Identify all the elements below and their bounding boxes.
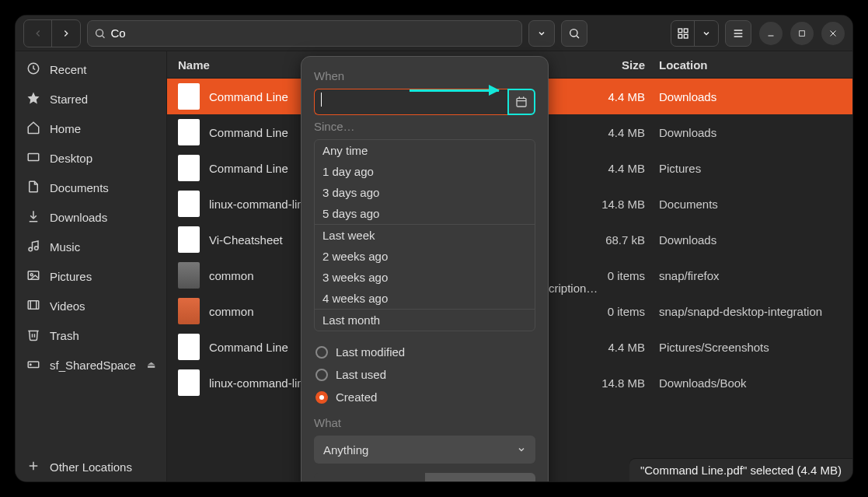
search-mode-toggle[interactable]: Full Text File Name bbox=[314, 473, 535, 481]
view-switcher[interactable] bbox=[671, 20, 719, 47]
svg-rect-5 bbox=[684, 29, 688, 33]
sidebar-item-starred[interactable]: Starred bbox=[16, 84, 166, 114]
date-input[interactable] bbox=[314, 89, 507, 115]
search-filter-dropdown[interactable] bbox=[528, 20, 555, 47]
file-size: 4.4 MB bbox=[581, 90, 659, 103]
radio-last-modified[interactable]: Last modified bbox=[314, 341, 535, 363]
sidebar-label: Desktop bbox=[50, 152, 92, 165]
nav-buttons bbox=[23, 19, 81, 47]
svg-point-21 bbox=[30, 273, 33, 275]
toggle-full-text[interactable]: Full Text bbox=[314, 473, 425, 481]
what-select[interactable]: Anything bbox=[314, 436, 535, 464]
sidebar-item-sf_sharedspace[interactable]: sf_SharedSpace⏏ bbox=[16, 350, 166, 380]
star-icon bbox=[26, 91, 40, 107]
clock-icon bbox=[26, 61, 40, 78]
since-option[interactable]: 5 days ago bbox=[315, 203, 535, 224]
when-label: When bbox=[314, 69, 535, 82]
file-thumbnail bbox=[178, 262, 200, 289]
chevron-down-icon bbox=[517, 445, 526, 454]
radio-icon bbox=[315, 391, 328, 404]
trash-icon bbox=[26, 327, 40, 344]
sidebar-label: Recent bbox=[50, 63, 87, 76]
hamburger-menu-button[interactable] bbox=[725, 20, 751, 47]
calendar-button[interactable] bbox=[507, 89, 535, 115]
file-size: 4.4 MB bbox=[581, 126, 659, 139]
sidebar-item-home[interactable]: Home bbox=[16, 114, 166, 143]
annotation-arrow bbox=[410, 89, 499, 92]
file-location: snap/snapd-desktop-integration bbox=[659, 305, 852, 318]
sidebar-item-desktop[interactable]: Desktop bbox=[16, 143, 166, 173]
picture-icon bbox=[26, 268, 40, 285]
doc-icon bbox=[26, 180, 40, 196]
svg-rect-22 bbox=[28, 300, 39, 309]
sidebar-item-trash[interactable]: Trash bbox=[16, 320, 166, 350]
since-option[interactable]: 3 days ago bbox=[315, 182, 535, 203]
svg-point-26 bbox=[30, 364, 32, 366]
grid-view-icon[interactable] bbox=[671, 21, 695, 46]
svg-rect-20 bbox=[28, 271, 39, 279]
since-option[interactable]: 4 weeks ago bbox=[315, 288, 535, 309]
music-icon bbox=[26, 239, 40, 255]
file-size: 0 items bbox=[581, 305, 659, 318]
search-toggle-button[interactable] bbox=[561, 20, 587, 47]
file-location: Downloads bbox=[659, 90, 852, 103]
calendar-icon bbox=[515, 96, 528, 108]
svg-rect-6 bbox=[678, 34, 682, 38]
sidebar-item-downloads[interactable]: Downloads bbox=[16, 202, 166, 232]
svg-rect-7 bbox=[684, 34, 688, 38]
radio-icon bbox=[315, 369, 328, 381]
search-icon bbox=[94, 27, 106, 40]
svg-rect-4 bbox=[678, 29, 682, 33]
plus-icon bbox=[26, 459, 40, 475]
file-size: 4.4 MB bbox=[581, 162, 659, 175]
sidebar-label: Other Locations bbox=[50, 460, 132, 474]
file-thumbnail bbox=[178, 334, 200, 360]
sidebar-item-documents[interactable]: Documents bbox=[16, 173, 166, 202]
what-value: Anything bbox=[323, 443, 368, 457]
radio-last-used[interactable]: Last used bbox=[314, 363, 535, 386]
since-option[interactable]: Last week bbox=[315, 224, 535, 246]
chevron-down-icon[interactable] bbox=[695, 21, 718, 46]
maximize-button[interactable] bbox=[790, 22, 814, 45]
toggle-file-name[interactable]: File Name bbox=[425, 473, 536, 481]
column-location[interactable]: Location bbox=[659, 58, 852, 72]
file-size: 68.7 kB bbox=[581, 233, 659, 247]
drive-icon bbox=[26, 357, 40, 373]
sidebar-label: Starred bbox=[50, 93, 88, 106]
download-icon bbox=[26, 209, 40, 226]
file-location: Downloads/Book bbox=[659, 376, 852, 390]
file-thumbnail bbox=[178, 119, 200, 145]
svg-rect-12 bbox=[800, 30, 805, 36]
back-button[interactable] bbox=[24, 20, 52, 47]
column-size[interactable]: Size bbox=[581, 58, 659, 72]
home-icon bbox=[26, 121, 40, 137]
sidebar-item-other-locations[interactable]: Other Locations bbox=[16, 452, 166, 481]
file-thumbnail bbox=[178, 191, 200, 217]
since-option[interactable]: 2 weeks ago bbox=[315, 246, 535, 267]
file-location: Pictures/Screenshots bbox=[659, 341, 852, 354]
sidebar-label: Documents bbox=[50, 181, 109, 194]
since-option[interactable]: Any time bbox=[315, 140, 535, 161]
sidebar-item-videos[interactable]: Videos bbox=[16, 291, 166, 320]
close-button[interactable] bbox=[821, 22, 845, 45]
file-thumbnail bbox=[178, 83, 200, 110]
search-input[interactable] bbox=[110, 26, 515, 40]
search-bar[interactable] bbox=[87, 20, 522, 47]
file-size: 14.8 MB bbox=[581, 376, 659, 390]
since-label: Since… bbox=[314, 120, 535, 133]
sidebar-item-music[interactable]: Music bbox=[16, 232, 166, 261]
sidebar-item-recent[interactable]: Recent bbox=[16, 54, 166, 84]
what-label: What bbox=[314, 416, 535, 429]
truncated-column-text: cription… bbox=[549, 282, 598, 295]
since-option[interactable]: 1 day ago bbox=[315, 161, 535, 182]
radio-label: Last used bbox=[336, 368, 386, 381]
eject-icon[interactable]: ⏏ bbox=[147, 359, 155, 370]
svg-rect-17 bbox=[28, 153, 39, 160]
since-option[interactable]: 3 weeks ago bbox=[315, 267, 535, 288]
since-option[interactable]: Last month bbox=[315, 309, 535, 331]
forward-button[interactable] bbox=[52, 20, 80, 47]
minimize-button[interactable] bbox=[759, 22, 783, 45]
sidebar-item-pictures[interactable]: Pictures bbox=[16, 261, 166, 291]
radio-created[interactable]: Created bbox=[314, 386, 535, 408]
svg-point-2 bbox=[570, 29, 577, 36]
